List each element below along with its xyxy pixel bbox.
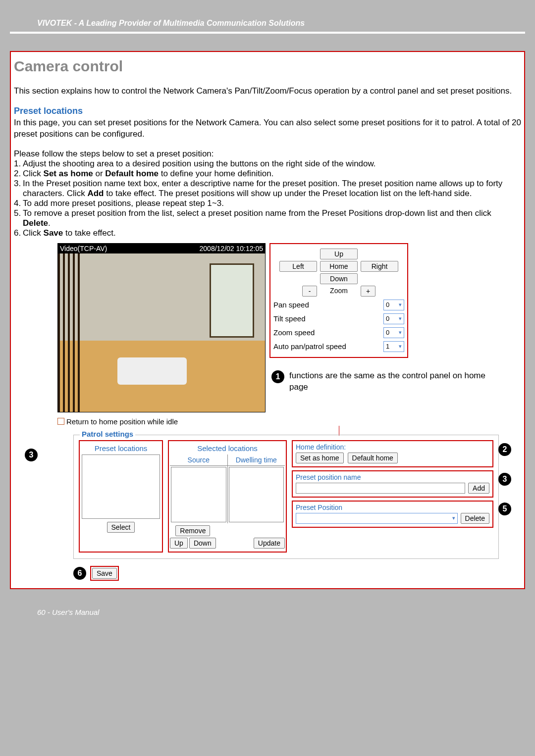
step-6: Click Save to take effect. <box>23 228 521 238</box>
delete-button[interactable]: Delete <box>461 513 489 524</box>
control-panel: Up Left Home Right Down - Zoom + Pan spe… <box>269 243 408 358</box>
step-3: In the Preset position name text box, en… <box>23 179 521 199</box>
right-button[interactable]: Right <box>361 261 398 272</box>
intro-text: This section explains how to control the… <box>14 86 521 97</box>
doc-header: VIVOTEK - A Leading Provider of Multimed… <box>10 15 525 34</box>
badge-3-left: 3 <box>25 449 38 461</box>
up-button[interactable]: Up <box>320 249 358 259</box>
preset-position-select[interactable]: ▾ <box>296 513 458 524</box>
tilt-speed-label: Tilt speed <box>273 314 380 323</box>
company-line: VIVOTEK - A Leading Provider of Multimed… <box>37 19 305 27</box>
save-button[interactable]: Save <box>92 568 117 579</box>
zoom-speed-label: Zoom speed <box>273 328 380 337</box>
preset-loc-title: Preset locations <box>81 442 161 454</box>
source-list[interactable] <box>171 467 226 522</box>
selected-loc-title: Selected locations <box>170 442 285 454</box>
preset-name-label: Preset position name <box>296 473 489 481</box>
patrol-legend: Patrol settings <box>80 430 135 438</box>
set-home-button[interactable]: Set as home <box>296 453 344 463</box>
down-order-button[interactable]: Down <box>189 538 216 549</box>
patrol-fieldset: Patrol settings Preset locations Select … <box>73 435 499 559</box>
steps-intro: Please follow the steps below to set a p… <box>14 149 521 159</box>
select-button[interactable]: Select <box>107 522 135 533</box>
home-def-label: Home definition: <box>296 443 489 451</box>
home-def-group: Home definition: Set as home Default hom… <box>292 440 493 467</box>
badge-6: 6 <box>73 567 86 580</box>
update-button[interactable]: Update <box>254 538 285 549</box>
down-button[interactable]: Down <box>320 273 358 284</box>
home-button[interactable]: Home <box>320 261 358 272</box>
footer-text: 60 - User's Manual <box>37 608 99 616</box>
badge-3-right: 3 <box>498 473 511 486</box>
preset-position-label: Preset Position <box>296 504 489 511</box>
dwelling-list[interactable] <box>229 467 284 522</box>
default-home-button[interactable]: Default home <box>348 453 398 463</box>
remove-button[interactable]: Remove <box>175 525 210 536</box>
steps-list: 1.Adjust the shooting area to a desired … <box>14 159 521 238</box>
preset-loc-list[interactable] <box>82 454 160 519</box>
badge-1: 1 <box>271 370 284 383</box>
preset-desc: In this page, you can set preset positio… <box>14 117 521 140</box>
auto-speed-select[interactable]: 1▾ <box>383 341 404 352</box>
step-1: Adjust the shooting area to a desired po… <box>23 159 521 169</box>
video-codec: Video(TCP-AV) <box>60 245 107 252</box>
screenshot-region: Video(TCP-AV) 2008/12/02 10:12:05 Return… <box>14 243 521 426</box>
dwelling-col: Dwelling time <box>228 454 285 465</box>
video-frame: Video(TCP-AV) 2008/12/02 10:12:05 <box>57 243 266 412</box>
section-title: Camera control <box>14 58 521 75</box>
step-2: Click Set as home or Default home to def… <box>23 169 521 179</box>
tilt-speed-select[interactable]: 0▾ <box>383 313 404 324</box>
preset-heading: Preset locations <box>14 106 521 116</box>
zoom-speed-select[interactable]: 0▾ <box>383 327 404 338</box>
patrol-area: 3 Patrol settings Preset locations Selec… <box>14 435 521 581</box>
step-4: To add more preset positions, please rep… <box>23 199 521 208</box>
page-outline: Camera control This section explains how… <box>10 51 525 589</box>
pan-speed-select[interactable]: 0▾ <box>383 300 404 310</box>
pan-speed-label: Pan speed <box>273 301 380 309</box>
left-button[interactable]: Left <box>279 261 317 272</box>
preset-position-group: Preset Position ▾ Delete <box>292 501 493 528</box>
idle-checkbox[interactable] <box>57 418 64 425</box>
source-col: Source <box>170 454 228 465</box>
add-button[interactable]: Add <box>468 483 489 494</box>
zoom-label: Zoom <box>320 286 358 297</box>
up-order-button[interactable]: Up <box>170 538 188 549</box>
zoom-out-button[interactable]: - <box>302 286 317 297</box>
badge-5: 5 <box>498 503 511 515</box>
video-timestamp: 2008/12/02 10:12:05 <box>200 245 263 252</box>
preset-name-input[interactable] <box>296 483 465 494</box>
preset-name-group: Preset position name Add <box>292 470 493 498</box>
step-5: To remove a preset position from the lis… <box>23 208 521 228</box>
video-image <box>58 253 265 412</box>
annotation-1: 1 functions are the same as the control … <box>271 370 499 393</box>
badge-2: 2 <box>498 443 511 456</box>
page-footer: 60 - User's Manual <box>10 608 525 616</box>
zoom-in-button[interactable]: + <box>361 286 375 297</box>
auto-speed-label: Auto pan/patrol speed <box>273 342 380 351</box>
idle-label: Return to home position while idle <box>66 417 178 426</box>
